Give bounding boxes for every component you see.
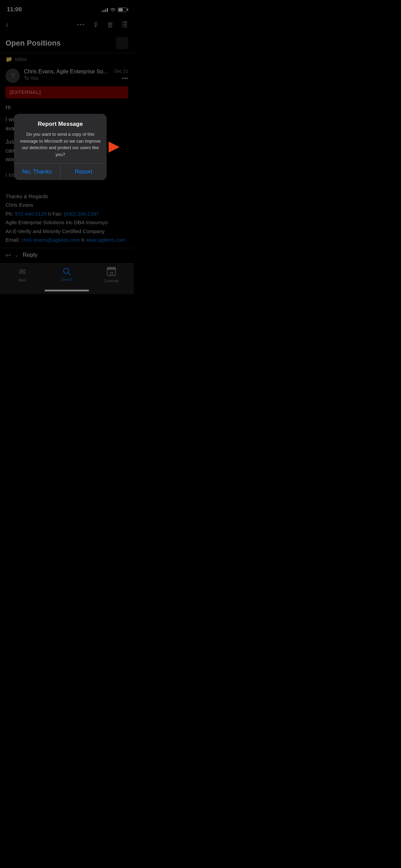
dialog-buttons: No, Thanks Report <box>14 163 107 180</box>
report-button[interactable]: Report <box>61 164 107 180</box>
dialog-message: Do you want to send a copy of this messa… <box>20 131 101 158</box>
dialog-wrapper: Report Message Do you want to send a cop… <box>14 114 120 180</box>
dialog-content: Report Message Do you want to send a cop… <box>14 114 107 163</box>
no-thanks-button[interactable]: No, Thanks <box>14 164 61 180</box>
report-dialog: Report Message Do you want to send a cop… <box>14 114 107 180</box>
arrow-indicator <box>109 142 120 153</box>
dialog-overlay: Report Message Do you want to send a cop… <box>0 0 134 294</box>
dialog-title: Report Message <box>20 121 101 128</box>
